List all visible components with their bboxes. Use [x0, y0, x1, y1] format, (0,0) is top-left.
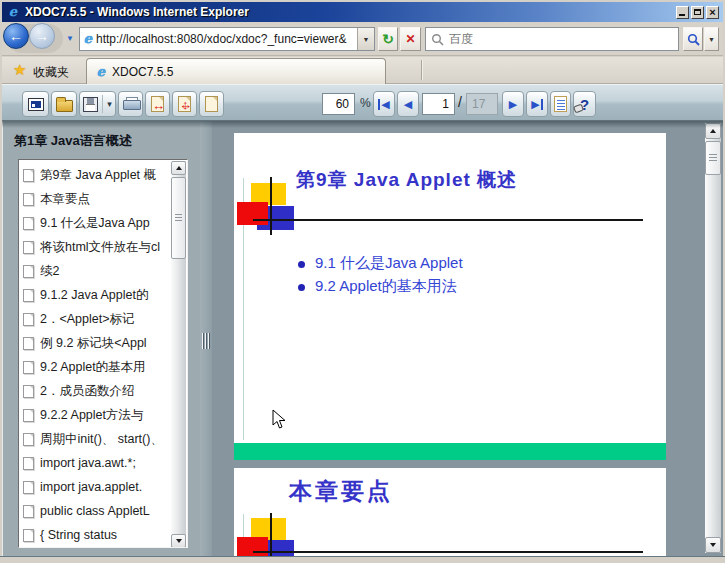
- tree-item[interactable]: { String status: [23, 523, 171, 547]
- bullet-icon: [298, 261, 305, 268]
- page-icon: [23, 457, 34, 470]
- scrollbar-thumb[interactable]: [705, 141, 721, 175]
- thumbnail-panel-button[interactable]: [22, 91, 49, 117]
- save-dropdown-icon[interactable]: ▾: [107, 99, 112, 109]
- total-pages-field: [466, 93, 498, 115]
- last-page-button[interactable]: ▶: [526, 91, 548, 117]
- scroll-down-button[interactable]: [705, 537, 721, 553]
- page-favicon: e: [80, 32, 96, 46]
- scroll-up-button[interactable]: [171, 161, 186, 175]
- page-icon: [23, 505, 34, 518]
- tree-item[interactable]: 第9章 Java Applet 概: [23, 163, 171, 187]
- search-go-button[interactable]: [683, 27, 703, 51]
- chevron-down-icon: ▼: [66, 34, 74, 43]
- arrow-up-icon: [176, 163, 182, 170]
- tree-item[interactable]: 本章要点: [23, 187, 171, 211]
- tree-item[interactable]: 将该html文件放在与cl: [23, 235, 171, 259]
- previous-page-button[interactable]: ◀: [397, 91, 419, 117]
- favorites-star-icon[interactable]: ★: [13, 61, 26, 79]
- slide-footer-bar: [234, 443, 666, 460]
- tree-item[interactable]: 周期中init()、 start()、: [23, 427, 171, 451]
- decor-vertical-line: [270, 513, 272, 556]
- minimize-button[interactable]: [676, 6, 689, 19]
- search-input[interactable]: [449, 32, 678, 46]
- fit-page-button[interactable]: ↔ ↕: [172, 91, 197, 117]
- next-page-button[interactable]: ▶: [502, 91, 524, 117]
- current-page-input[interactable]: [422, 93, 455, 115]
- maximize-icon: [694, 9, 701, 15]
- document-viewer: 第9章 Java Applet 概述 9.1 什么是Java Applet 9.…: [212, 121, 723, 556]
- content-area: 第1章 Java语言概述 第9章 Java Applet 概 本章要点 9.1 …: [2, 121, 723, 556]
- percent-label: %: [360, 96, 371, 110]
- back-button[interactable]: ←: [3, 23, 29, 49]
- zoom-level-input[interactable]: [322, 93, 355, 115]
- tree-item[interactable]: 2．<Applet>标记: [23, 307, 171, 331]
- navigation-bar: ← → ▼ e ▼ ↻ ✕ ▼: [2, 22, 723, 56]
- refresh-icon: ↻: [382, 31, 394, 47]
- tree-item[interactable]: 9.1.2 Java Applet的: [23, 283, 171, 307]
- previous-page-icon: ◀: [404, 99, 412, 110]
- tree-item[interactable]: 2．成员函数介绍: [23, 379, 171, 403]
- save-icon: [83, 97, 98, 112]
- scroll-up-button[interactable]: [705, 123, 721, 139]
- save-button[interactable]: ▾: [79, 91, 116, 117]
- open-button[interactable]: [51, 91, 77, 117]
- sidebar-splitter[interactable]: [200, 121, 212, 556]
- document-text-icon: [554, 96, 567, 112]
- single-page-button[interactable]: [199, 91, 224, 117]
- window-border-bottom: [0, 556, 725, 563]
- tree-item[interactable]: 续2: [23, 259, 171, 283]
- scrollbar-track[interactable]: [705, 123, 721, 553]
- tree-item[interactable]: import java.awt.*;: [23, 451, 171, 475]
- scrollbar-thumb[interactable]: [171, 177, 186, 259]
- ie-logo-icon: e: [6, 5, 20, 19]
- arrow-up-icon: [710, 126, 716, 133]
- back-icon: ←: [9, 28, 23, 44]
- browser-tab[interactable]: e XDOC7.5.5: [86, 58, 386, 84]
- chevron-down-icon: ▼: [708, 36, 715, 43]
- fit-width-button[interactable]: ↔: [145, 91, 170, 117]
- decor-horizontal-line: [253, 551, 643, 553]
- outline-sidebar: 第1章 Java语言概述 第9章 Java Applet 概 本章要点 9.1 …: [2, 121, 200, 556]
- close-button[interactable]: ×: [706, 6, 719, 19]
- slide1-bullet-2: 9.2 Applet的基本用法: [315, 277, 457, 296]
- tab-favicon: e: [94, 65, 108, 79]
- recent-pages-dropdown[interactable]: ▼: [66, 34, 74, 43]
- bullet-icon: [298, 284, 305, 291]
- tree-item[interactable]: 9.2.2 Applet方法与: [23, 403, 171, 427]
- page-icon: [205, 96, 218, 112]
- tree-item[interactable]: 9.1 什么是Java App: [23, 211, 171, 235]
- splitter-grip-icon: [202, 333, 210, 349]
- tree-item[interactable]: public class AppletL: [23, 499, 171, 523]
- window-border-top: [0, 0, 725, 2]
- stop-button[interactable]: ✕: [400, 27, 421, 51]
- refresh-button[interactable]: ↻: [378, 27, 398, 51]
- window-title: XDOC7.5.5 - Windows Internet Explorer: [25, 5, 249, 19]
- scroll-down-button[interactable]: [171, 534, 186, 548]
- slide1-title: 第9章 Java Applet 概述: [296, 167, 517, 193]
- slide1-bullet-1: 9.1 什么是Java Applet: [315, 254, 463, 273]
- url-dropdown-button[interactable]: ▼: [357, 28, 374, 50]
- page-icon: [23, 385, 34, 398]
- text-view-button[interactable]: [550, 91, 571, 117]
- favorites-label[interactable]: 收藏夹: [33, 64, 69, 81]
- page-icon: [23, 433, 34, 446]
- forward-button[interactable]: →: [29, 23, 55, 49]
- window-border-left: [0, 0, 2, 563]
- page-icon: [23, 481, 34, 494]
- maximize-button[interactable]: [691, 6, 704, 19]
- open-folder-icon: [56, 100, 73, 112]
- tree-item[interactable]: 9.2 Applet的基本用: [23, 355, 171, 379]
- first-page-button[interactable]: ◀: [373, 91, 395, 117]
- print-button[interactable]: [118, 91, 143, 117]
- tree-item[interactable]: import java.applet.: [23, 475, 171, 499]
- page-icon: [23, 409, 34, 422]
- next-page-icon: ▶: [509, 99, 517, 110]
- tree-item[interactable]: 例 9.2 标记块<Appl: [23, 331, 171, 355]
- help-button[interactable]: ?: [573, 91, 596, 117]
- page-icon: [23, 529, 34, 542]
- url-input[interactable]: [96, 32, 357, 46]
- print-icon: [123, 97, 139, 111]
- page-icon: [23, 289, 34, 302]
- search-options-dropdown[interactable]: ▼: [704, 27, 719, 51]
